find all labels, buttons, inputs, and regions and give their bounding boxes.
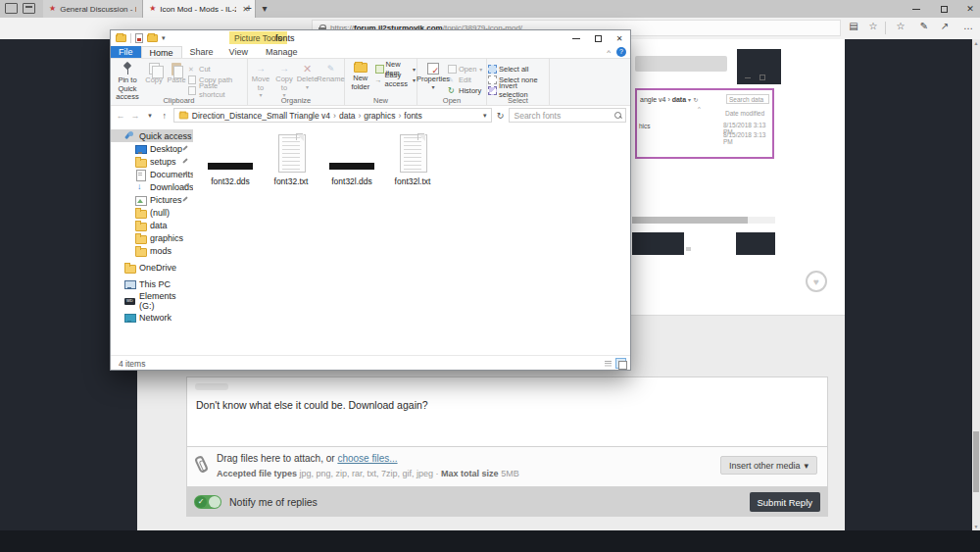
hub-icon[interactable]: ☆ — [894, 21, 907, 31]
nav-pane-item[interactable]: Desktop — [111, 142, 193, 155]
tab-preview-icon[interactable] — [23, 3, 35, 14]
tab-menu-chevron-icon[interactable]: ▾ — [257, 0, 272, 18]
tab-manage[interactable]: Manage — [258, 46, 306, 58]
nav-pane-item[interactable]: Network — [111, 311, 193, 324]
qat-customize-icon[interactable]: ▾ — [162, 34, 166, 42]
help-icon[interactable]: ? — [616, 47, 626, 57]
nav-pane-item[interactable]: Downloads — [111, 180, 193, 193]
explorer-search-box[interactable]: Search fonts — [509, 108, 626, 123]
large-icons-view-button[interactable] — [615, 358, 626, 369]
reply-editor[interactable]: Don't know what else it could be. Downlo… — [186, 376, 828, 447]
breadcrumb-item[interactable]: fonts — [404, 111, 421, 121]
breadcrumb-bar[interactable]: Direction_Distance_Small Triangle v4data… — [173, 108, 492, 123]
minimize-ribbon-icon[interactable]: ^ — [607, 48, 611, 57]
insert-other-media-button[interactable]: Insert other media▾ — [720, 456, 817, 475]
file-item[interactable]: font32l.dds — [322, 130, 381, 186]
browser-tab[interactable]: ★ General Discussion - IL-2 St ✕ — [43, 0, 143, 18]
history-button[interactable]: History — [448, 85, 483, 95]
post-image-scrollbar-thumb[interactable] — [632, 217, 748, 224]
tab-file[interactable]: File — [111, 46, 141, 58]
post-image-strip-right[interactable] — [736, 232, 775, 255]
tab-view[interactable]: View — [221, 46, 256, 58]
breadcrumb-item[interactable]: graphics — [364, 111, 404, 121]
more-options-icon[interactable]: … — [961, 21, 975, 31]
copy-to-button[interactable]: →Copy to▾ — [272, 61, 296, 99]
properties-button[interactable]: Properties▾ — [418, 61, 448, 91]
choose-files-link[interactable]: choose files... — [337, 453, 397, 464]
browser-minimize-button[interactable] — [904, 0, 929, 18]
details-view-button[interactable] — [602, 358, 612, 369]
reading-view-icon[interactable]: ▤ — [847, 21, 860, 31]
nav-pane-item[interactable]: (null) — [111, 206, 193, 219]
paste-button[interactable]: Paste — [165, 61, 188, 85]
file-item[interactable]: font32.txt — [262, 130, 320, 186]
easy-access-button[interactable]: Easy access▾ — [375, 75, 416, 84]
tab-title: General Discussion - IL-2 St — [60, 5, 136, 14]
page-scrollbar[interactable]: ▲ ▼ — [972, 39, 980, 530]
tab-home[interactable]: Home — [141, 46, 182, 58]
edit-button[interactable]: Edit — [448, 75, 483, 84]
select-all-button[interactable]: Select all — [488, 64, 547, 74]
nav-up-icon[interactable]: ↑ — [159, 111, 171, 121]
favorites-star-icon[interactable]: ☆ — [866, 21, 880, 31]
new-folder-button[interactable]: New folder — [346, 61, 375, 91]
invert-selection-button[interactable]: Invert selection — [488, 85, 547, 95]
browser-tab[interactable]: ★ Icon Mod - Mods - IL-2 ✕ — [143, 0, 256, 18]
delete-button[interactable]: ✕Delete▾ — [296, 61, 318, 91]
post-image-strip-left[interactable] — [632, 232, 684, 255]
qat-folder-icon[interactable] — [116, 34, 126, 42]
nav-pane-item[interactable]: Elements (G:) — [111, 294, 193, 307]
breadcrumb-item[interactable]: data — [339, 111, 364, 121]
breadcrumb-item[interactable]: Direction_Distance_Small Triangle v4 — [192, 111, 339, 121]
annotate-pen-icon[interactable]: ✎ — [917, 21, 931, 31]
nav-pane-item[interactable]: Documents — [111, 168, 193, 180]
copy-button[interactable]: Copy — [143, 61, 165, 85]
breadcrumb-dropdown-icon[interactable]: ▾ — [483, 112, 487, 120]
file-item[interactable]: font32l.txt — [383, 130, 442, 186]
browser-close-button[interactable]: ✕ — [957, 0, 980, 18]
ribbon-group-new: New folder New item▾ Easy access▾ New — [345, 59, 417, 105]
share-icon[interactable]: ↗ — [938, 21, 952, 31]
scrollbar-thumb[interactable] — [973, 431, 979, 492]
file-list[interactable]: font32.dds font32.txt font32l.dds font32… — [193, 125, 630, 355]
nav-pane-item[interactable]: OneDrive — [111, 261, 193, 274]
paste-shortcut-button[interactable]: Paste shortcut — [188, 85, 245, 95]
browser-restore-button[interactable] — [931, 0, 956, 18]
group-label-clipboard: Clipboard — [111, 96, 247, 105]
post-image-scrollbar[interactable] — [632, 217, 775, 224]
reply-text: Don't know what else it could be. Downlo… — [196, 399, 428, 411]
nav-pane-item[interactable]: This PC — [111, 277, 193, 290]
like-heart-button[interactable]: ♥ — [806, 271, 827, 292]
nav-pane-item[interactable]: Quick access — [111, 129, 193, 142]
explorer-minimize-button[interactable] — [565, 30, 587, 46]
nav-pane-item[interactable]: data — [111, 219, 193, 231]
scrollbar-up-icon[interactable]: ▲ — [972, 40, 980, 46]
nav-pane-item[interactable]: mods — [111, 244, 193, 257]
scrollbar-down-icon[interactable]: ▼ — [972, 524, 980, 529]
explorer-maximize-button[interactable] — [587, 30, 609, 46]
cut-button[interactable]: Cut — [188, 64, 245, 74]
file-item[interactable]: font32.dds — [201, 130, 260, 186]
nav-back-icon[interactable]: ← — [115, 111, 126, 121]
attachment-dropzone[interactable]: Drag files here to attach, or choose fil… — [186, 447, 828, 487]
nav-pane-item[interactable]: graphics — [111, 231, 193, 244]
explorer-close-button[interactable]: ✕ — [609, 30, 630, 46]
open-button[interactable]: Open▾ — [448, 64, 483, 74]
history-icon — [448, 86, 456, 94]
pin-icon — [122, 63, 132, 75]
nav-pane-item[interactable]: setups — [111, 155, 193, 168]
refresh-icon[interactable]: ↻ — [495, 111, 507, 121]
tab-share[interactable]: Share — [182, 46, 221, 58]
rename-button[interactable]: ✎Rename — [318, 61, 343, 84]
nav-pane-item[interactable]: Pictures — [111, 193, 193, 206]
move-to-button[interactable]: →Move to▾ — [249, 61, 272, 99]
nav-recent-icon[interactable]: ▾ — [144, 112, 156, 120]
nav-forward-icon[interactable]: → — [129, 111, 141, 121]
new-tab-button[interactable]: + — [241, 0, 257, 18]
notify-toggle[interactable]: ✓ — [194, 495, 221, 509]
set-tabs-aside-icon[interactable] — [5, 3, 18, 14]
post-screenshot-explorer[interactable]: angle v4 › data ▾ ↻ Search data ^ Date m… — [635, 88, 774, 159]
qat-properties-icon[interactable] — [135, 33, 143, 43]
qat-new-folder-icon[interactable] — [147, 34, 158, 42]
submit-reply-button[interactable]: Submit Reply — [750, 492, 821, 512]
